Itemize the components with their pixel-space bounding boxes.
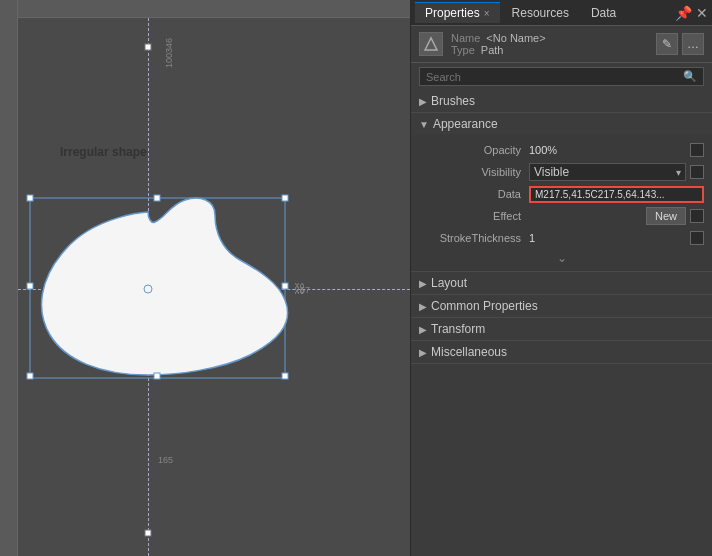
- section-appearance-header[interactable]: ▼ Appearance: [411, 113, 712, 135]
- opacity-label: Opacity: [419, 144, 529, 156]
- visibility-row: Visibility Visible ▾: [411, 161, 712, 183]
- visibility-label: Visibility: [419, 166, 529, 178]
- tab-data-label: Data: [591, 6, 616, 20]
- chevron-row: ⌄: [411, 249, 712, 267]
- tab-resources[interactable]: Resources: [502, 3, 579, 23]
- section-brushes-header[interactable]: ▶ Brushes: [411, 90, 712, 112]
- canvas-svg: ⛓: [0, 0, 410, 556]
- data-label: Data: [419, 188, 529, 200]
- common-properties-title: Common Properties: [431, 299, 538, 313]
- section-transform: ▶ Transform: [411, 318, 712, 341]
- appearance-content: Opacity 100% Visibility Visible ▾ Data: [411, 135, 712, 271]
- layout-title: Layout: [431, 276, 467, 290]
- stroke-thickness-label: StrokeThickness: [419, 232, 529, 244]
- transform-arrow-icon: ▶: [419, 324, 427, 335]
- transform-title: Transform: [431, 322, 485, 336]
- effect-checkbox[interactable]: [690, 209, 704, 223]
- miscellaneous-arrow-icon: ▶: [419, 347, 427, 358]
- name-value: <No Name>: [486, 32, 545, 44]
- type-label: Type: [451, 44, 475, 56]
- brushes-arrow-icon: ▶: [419, 96, 427, 107]
- section-layout-header[interactable]: ▶ Layout: [411, 272, 712, 294]
- visibility-select[interactable]: Visible ▾: [529, 163, 686, 181]
- new-button[interactable]: New: [646, 207, 686, 225]
- opacity-checkbox[interactable]: [690, 143, 704, 157]
- miscellaneous-title: Miscellaneous: [431, 345, 507, 359]
- svg-rect-12: [145, 530, 151, 536]
- visibility-checkbox[interactable]: [690, 165, 704, 179]
- opacity-row: Opacity 100%: [411, 139, 712, 161]
- panel-meta: Name <No Name> Type Path: [451, 32, 648, 56]
- close-panel-icon[interactable]: ✕: [696, 5, 708, 21]
- svg-rect-2: [282, 195, 288, 201]
- visibility-value: Visible: [534, 165, 569, 179]
- name-label: Name: [451, 32, 480, 44]
- more-icon-btn[interactable]: …: [682, 33, 704, 55]
- right-panel: Properties × Resources Data 📌 ✕ Name <No…: [410, 0, 712, 556]
- svg-rect-7: [282, 283, 288, 289]
- section-common-properties-header[interactable]: ▶ Common Properties: [411, 295, 712, 317]
- search-icon: 🔍: [683, 70, 697, 83]
- stroke-thickness-row: StrokeThickness 1: [411, 227, 712, 249]
- tab-action-icons: 📌 ✕: [675, 5, 708, 21]
- path-icon: [419, 32, 443, 56]
- section-miscellaneous-header[interactable]: ▶ Miscellaneous: [411, 341, 712, 363]
- scrollable-content: ▶ Brushes ▼ Appearance Opacity 100% Visi…: [411, 90, 712, 556]
- edit-icon-btn[interactable]: ✎: [656, 33, 678, 55]
- svg-rect-1: [27, 195, 33, 201]
- section-common-properties: ▶ Common Properties: [411, 295, 712, 318]
- panel-action-icons: ✎ …: [656, 33, 704, 55]
- effect-row: Effect New: [411, 205, 712, 227]
- tab-bar: Properties × Resources Data 📌 ✕: [411, 0, 712, 26]
- svg-rect-8: [154, 373, 160, 379]
- appearance-arrow-icon: ▼: [419, 119, 429, 130]
- svg-rect-4: [282, 373, 288, 379]
- section-brushes: ▶ Brushes: [411, 90, 712, 113]
- brushes-title: Brushes: [431, 94, 475, 108]
- data-field[interactable]: M217.5,41.5C217.5,64.143...: [529, 186, 704, 203]
- tab-properties-label: Properties: [425, 6, 480, 20]
- type-value: Path: [481, 44, 504, 56]
- section-miscellaneous: ▶ Miscellaneous: [411, 341, 712, 364]
- svg-rect-11: [145, 44, 151, 50]
- layout-arrow-icon: ▶: [419, 278, 427, 289]
- data-field-text: M217.5,41.5C217.5,64.143...: [535, 189, 698, 200]
- tab-properties-close[interactable]: ×: [484, 8, 490, 19]
- svg-rect-6: [27, 283, 33, 289]
- svg-rect-3: [27, 373, 33, 379]
- data-row: Data M217.5,41.5C217.5,64.143...: [411, 183, 712, 205]
- appearance-title: Appearance: [433, 117, 498, 131]
- tab-properties[interactable]: Properties ×: [415, 2, 500, 23]
- opacity-value: 100%: [529, 144, 686, 156]
- visibility-dropdown-icon: ▾: [676, 167, 681, 178]
- tab-resources-label: Resources: [512, 6, 569, 20]
- tab-data[interactable]: Data: [581, 3, 626, 23]
- effect-label: Effect: [419, 210, 529, 222]
- stroke-thickness-value: 1: [529, 232, 686, 244]
- canvas-area: 100346 67 165 Irregular shape ⛓: [0, 0, 410, 556]
- section-transform-header[interactable]: ▶ Transform: [411, 318, 712, 340]
- section-layout: ▶ Layout: [411, 272, 712, 295]
- common-properties-arrow-icon: ▶: [419, 301, 427, 312]
- stroke-thickness-checkbox[interactable]: [690, 231, 704, 245]
- search-box: 🔍: [419, 67, 704, 86]
- chevron-down-icon[interactable]: ⌄: [557, 251, 567, 265]
- svg-rect-5: [154, 195, 160, 201]
- search-input[interactable]: [426, 71, 683, 83]
- section-appearance: ▼ Appearance Opacity 100% Visibility Vis…: [411, 113, 712, 272]
- svg-text:⛓: ⛓: [294, 282, 306, 296]
- pin-icon[interactable]: 📌: [675, 5, 692, 21]
- panel-header: Name <No Name> Type Path ✎ …: [411, 26, 712, 63]
